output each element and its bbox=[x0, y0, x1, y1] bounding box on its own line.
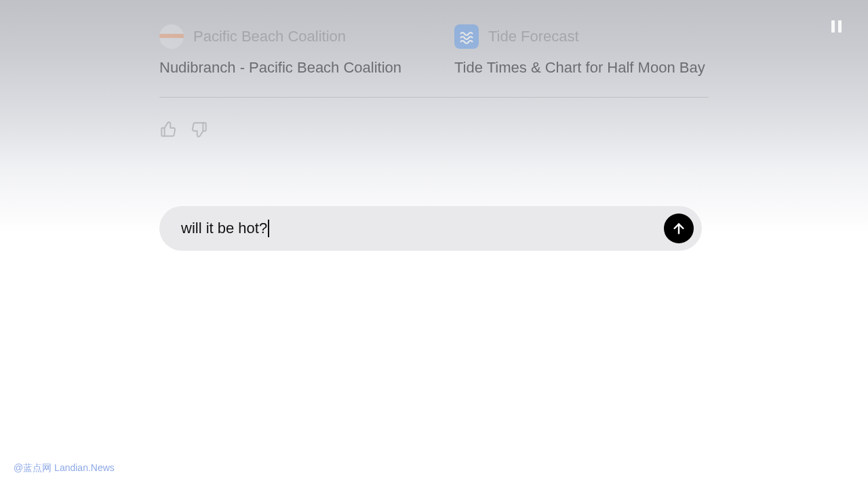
card-title: Nudibranch - Pacific Beach Coalition bbox=[159, 58, 414, 78]
prompt-input-text[interactable]: will it be hot? bbox=[181, 220, 664, 237]
prompt-input-bar[interactable]: will it be hot? bbox=[159, 206, 702, 251]
result-cards-row: Pacific Beach Coalition Nudibranch - Pac… bbox=[159, 24, 709, 98]
card-source-name: Pacific Beach Coalition bbox=[193, 28, 346, 45]
card-header: Pacific Beach Coalition bbox=[159, 24, 414, 49]
feedback-row bbox=[159, 121, 709, 141]
card-source-name: Tide Forecast bbox=[488, 28, 579, 45]
assistant-response-area: Pacific Beach Coalition Nudibranch - Pac… bbox=[159, 24, 709, 141]
pause-button[interactable] bbox=[831, 20, 844, 34]
thumbs-up-button[interactable] bbox=[159, 121, 177, 141]
text-cursor bbox=[268, 220, 269, 237]
watermark-text: @蓝点网 Landian.News bbox=[14, 462, 115, 474]
card-title: Tide Times & Chart for Half Moon Bay bbox=[454, 58, 709, 78]
thumbs-down-icon bbox=[191, 121, 208, 138]
wave-icon bbox=[458, 28, 475, 45]
pause-icon bbox=[831, 20, 835, 33]
arrow-up-icon bbox=[671, 221, 686, 236]
send-button[interactable] bbox=[664, 214, 694, 243]
site-favicon-icon bbox=[159, 24, 184, 49]
thumbs-down-button[interactable] bbox=[191, 121, 208, 141]
thumbs-up-icon bbox=[159, 121, 177, 138]
site-favicon-icon bbox=[454, 24, 479, 49]
result-card-tide-forecast[interactable]: Tide Forecast Tide Times & Chart for Hal… bbox=[454, 24, 709, 78]
result-card-pacific-beach[interactable]: Pacific Beach Coalition Nudibranch - Pac… bbox=[159, 24, 414, 78]
card-header: Tide Forecast bbox=[454, 24, 709, 49]
pause-icon bbox=[838, 20, 842, 33]
prompt-input-value: will it be hot? bbox=[181, 220, 267, 237]
